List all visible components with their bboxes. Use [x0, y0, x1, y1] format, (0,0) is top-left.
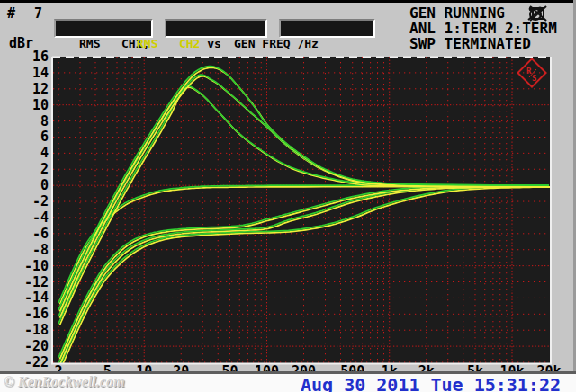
- svg-text:S: S: [532, 74, 536, 83]
- y-tick--14: -14: [0, 290, 49, 306]
- y-tick-10: 10: [0, 97, 49, 113]
- y-tick-12: 12: [0, 81, 49, 97]
- y-tick--12: -12: [0, 274, 49, 290]
- y-tick-8: 8: [0, 113, 49, 129]
- meter-label-ch2-suffix: vs: [200, 37, 220, 50]
- y-tick--6: -6: [0, 226, 49, 242]
- keyboard-disabled-icon: [529, 5, 549, 22]
- y-tick-6: 6: [0, 129, 49, 145]
- status-sweep: SWP TERMINATED: [410, 36, 557, 51]
- y-tick--20: -20: [0, 338, 49, 354]
- y-tick-0: 0: [0, 177, 49, 193]
- meter-display-genfreq: [279, 19, 375, 38]
- y-tick--4: -4: [0, 209, 49, 226]
- meter-label-ch2: RMS CH2 vs: [137, 37, 221, 50]
- y-tick--8: -8: [0, 242, 49, 258]
- status-icons: [526, 5, 572, 22]
- meter-label-ch2-value: RMS CH2: [137, 37, 200, 50]
- analyzer-screen: RS # 7 dBr RMS CH1, RMS CH2 vs GEN FREQ …: [0, 0, 576, 392]
- meter-display-ch1: [54, 19, 153, 38]
- y-tick-16: 16: [0, 49, 49, 65]
- meter-label-genfreq: GEN FREQ /Hz: [234, 37, 319, 50]
- meter-display-ch2: [165, 19, 267, 38]
- status-analyzer: ANL 1:TERM 2:TERM: [410, 21, 557, 36]
- frequency-response-plot: RS: [0, 0, 576, 392]
- window-hash-label: #: [7, 5, 15, 22]
- y-tick-2: 2: [0, 161, 49, 177]
- y-tick--16: -16: [0, 306, 49, 322]
- watermark-text: © KenRockwell.com: [4, 374, 125, 390]
- y-tick--22: -22: [0, 354, 49, 370]
- y-tick--2: -2: [0, 193, 49, 209]
- window-number: 7: [34, 5, 42, 22]
- footer-strip: © KenRockwell.com Aug 30 2011 Tue 15:31:…: [0, 374, 576, 392]
- y-tick--18: -18: [0, 322, 49, 338]
- timestamp: Aug 30 2011 Tue 15:31:22: [301, 374, 561, 392]
- y-tick--10: -10: [0, 258, 49, 274]
- y-tick-4: 4: [0, 145, 49, 161]
- y-tick-14: 14: [0, 65, 49, 81]
